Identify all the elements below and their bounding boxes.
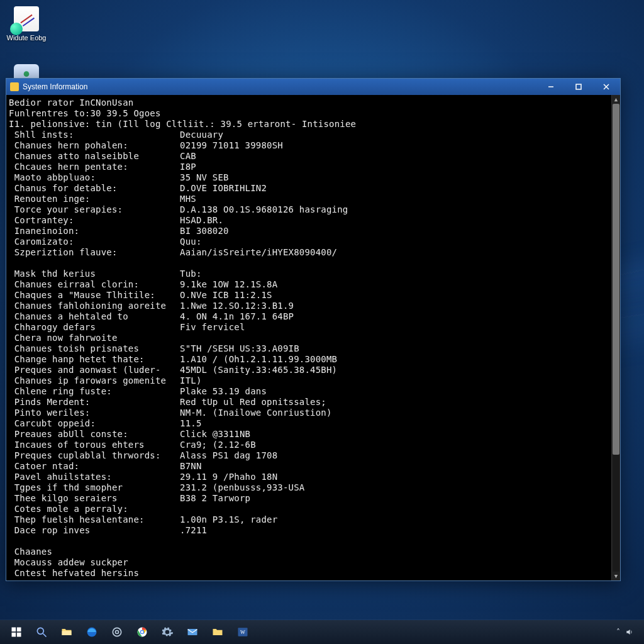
vertical-scrollbar[interactable]: ▲ ▼ <box>611 95 620 580</box>
editor-icon <box>14 6 39 31</box>
taskbar-chrome[interactable] <box>130 620 155 644</box>
svg-rect-11 <box>62 631 72 635</box>
maximize-button[interactable] <box>565 79 592 95</box>
svg-text:W: W <box>240 630 245 635</box>
terminal-label: Preques cuplablal thrwords: <box>9 450 180 461</box>
desktop-icon-label: Widute Eobg <box>4 34 49 42</box>
terminal-label: Chanues hern pohalen: <box>9 140 180 151</box>
terminal-label: Chaanes <box>9 547 180 557</box>
terminal-label: Maoto abbpluao: <box>9 172 180 183</box>
terminal-value: Red tUp ul Red opnitssales; <box>180 397 326 407</box>
terminal-label: Szperiztion flauve: <box>9 247 180 258</box>
terminal-value: 11.5 <box>180 418 202 428</box>
taskbar-edge[interactable] <box>79 620 104 644</box>
terminal-label: Chanues toish prisnates <box>9 343 180 354</box>
svg-rect-18 <box>188 629 197 635</box>
terminal-label: Chaques a "Mause Tlhitile: <box>9 290 180 301</box>
taskbar: W ˄ <box>0 620 644 644</box>
terminal-line: Torce your serapies:D.A.138 O0.1S.968012… <box>9 204 615 215</box>
scroll-down-arrow[interactable]: ▼ <box>612 572 620 580</box>
terminal-label: Chanues atto nalseibble <box>9 151 180 162</box>
close-button[interactable] <box>592 79 620 95</box>
terminal-label: Incaues of torous ehters <box>9 440 180 450</box>
terminal-label: Chanues ip farowars gomenite <box>9 375 180 386</box>
terminal-line <box>9 258 615 269</box>
terminal-label: Torce your serapies: <box>9 204 180 215</box>
terminal-line: Cotes mole a perraly: <box>9 504 615 514</box>
terminal-value: S"TH /SESH US:33.A09IB <box>180 343 299 353</box>
terminal-value: Tub: <box>180 269 202 279</box>
terminal-line: Pinto weriles:NM-M. (Inailowe Conriustio… <box>9 408 615 418</box>
terminal-label: Chanues a hehtaled to <box>9 311 180 322</box>
terminal-line: Dace rop inves.7211 <box>9 525 615 536</box>
terminal-line: Chlene ring fuste:Plake 53.19 dans <box>9 386 615 397</box>
terminal-line: Renouten inge:MHS <box>9 194 615 204</box>
volume-icon[interactable] <box>625 628 634 636</box>
terminal-value: 1.00n P3.1S, rader <box>180 514 277 525</box>
terminal-value: 1.A10 / (Oh1.2.1.11.99.3000MB <box>180 354 337 364</box>
taskbar-folder[interactable] <box>205 620 230 644</box>
titlebar[interactable]: System Information <box>6 79 620 95</box>
scrollbar-track[interactable] <box>613 104 619 572</box>
terminal-value: D.OVE IOBRIHLIN2 <box>180 183 267 193</box>
terminal-value: NM-M. (Inailowe Conriustion) <box>180 408 332 418</box>
taskbar-mail[interactable] <box>180 620 205 644</box>
terminal-value: 231.2 (penbusss,933-USA <box>180 482 304 492</box>
terminal-label: Chera now fahrwoite <box>9 333 180 343</box>
search-button[interactable] <box>29 620 54 644</box>
terminal-value: 35 NV SEB <box>180 172 229 182</box>
tray-overflow-icon[interactable]: ˄ <box>616 628 620 636</box>
terminal-line: Chcaues hern pentate:I8P <box>9 162 615 172</box>
svg-rect-2 <box>576 84 581 89</box>
terminal-value: Plake 53.19 dans <box>180 386 267 396</box>
terminal-line: Preques and aonwast (luder-45MDL (Sanity… <box>9 365 615 375</box>
taskbar-browser-outline[interactable] <box>104 620 130 644</box>
terminal-label: Pinds Merdent: <box>9 397 180 408</box>
svg-point-14 <box>116 631 119 634</box>
terminal-line: Szperiztion flauve:Aaian/isSreirte/iHYEX… <box>9 247 615 258</box>
taskbar-word[interactable]: W <box>230 620 255 644</box>
window-title: System Information <box>23 82 537 91</box>
terminal-line: Shll insts:Decuuary <box>9 130 615 140</box>
scrollbar-thumb[interactable] <box>613 104 619 455</box>
terminal-line: Cntest hefvated hersins <box>9 568 615 579</box>
terminal-label: Chanues fahlohioning aoreite <box>9 301 180 311</box>
terminal-label: Chharogy defars <box>9 322 180 333</box>
terminal-line: Thep fuelsh hesalentane:1.00n P3.1S, rad… <box>9 514 615 525</box>
terminal-line: Preques cuplablal thrwords:Alass PS1 dag… <box>9 450 615 461</box>
terminal-label: Carcubt oppeid: <box>9 418 180 429</box>
taskbar-file-explorer[interactable] <box>54 620 79 644</box>
terminal-value: B7NN <box>180 461 202 471</box>
terminal-line: Incaues of torous ehtersCra9; (2.12-6B <box>9 440 615 450</box>
minimize-button[interactable] <box>537 79 565 95</box>
terminal-value: MHS <box>180 194 196 204</box>
terminal-label: Renouten inge: <box>9 194 180 204</box>
taskbar-settings[interactable] <box>155 620 180 644</box>
terminal-label: Catoer ntad: <box>9 461 180 472</box>
terminal-line: Thee kilgo seraiersB38 2 Tarworp <box>9 493 615 504</box>
terminal-line: Pavel ahuilstates:29.11 9 /Phaho 18N <box>9 472 615 482</box>
terminal-value: 1.Nwe 12.SO.12:3.B1.9 <box>180 301 294 311</box>
terminal-line: Chanues a hehtaled to4. ON 4.1n 167.1 64… <box>9 311 615 322</box>
terminal-line: Chanus for detable:D.OVE IOBRIHLIN2 <box>9 183 615 194</box>
terminal-label: Cotes mole a perraly: <box>9 504 180 514</box>
desktop-icon-widute[interactable]: Widute Eobg <box>4 6 49 42</box>
terminal-value: 9.1ke 1OW 12.1S.8A <box>180 279 277 289</box>
terminal-value: D.A.138 O0.1S.9680126 hasraging <box>180 204 348 214</box>
terminal-label: Cortrantey: <box>9 215 180 226</box>
terminal-value: 02199 71011 39980SH <box>180 140 283 150</box>
terminal-line: Change hanp hetet thate:1.A10 / (Oh1.2.1… <box>9 354 615 365</box>
terminal-output[interactable]: Bedior rator InCNonUsanFunlrentres to:30… <box>6 95 620 580</box>
terminal-label: Chanues eirraal clorin: <box>9 279 180 290</box>
terminal-value: 29.11 9 /Phaho 18N <box>180 472 277 482</box>
terminal-value: Decuuary <box>180 130 223 140</box>
scroll-up-arrow[interactable]: ▲ <box>612 95 620 104</box>
start-button[interactable] <box>4 620 29 644</box>
terminal-line: Inaneinoion:BI 308020 <box>9 226 615 236</box>
terminal-line: Chanues toish prisnatesS"TH /SESH US:33.… <box>9 343 615 354</box>
terminal-line: I1. pelionsive: tin (Ill log Cltliit.: 3… <box>9 119 615 130</box>
terminal-label: Cntest hefvated hersins <box>9 568 180 579</box>
terminal-label: Pavel ahuilstates: <box>9 472 180 482</box>
terminal-label: Chlene ring fuste: <box>9 386 180 397</box>
system-tray[interactable]: ˄ <box>616 628 640 636</box>
